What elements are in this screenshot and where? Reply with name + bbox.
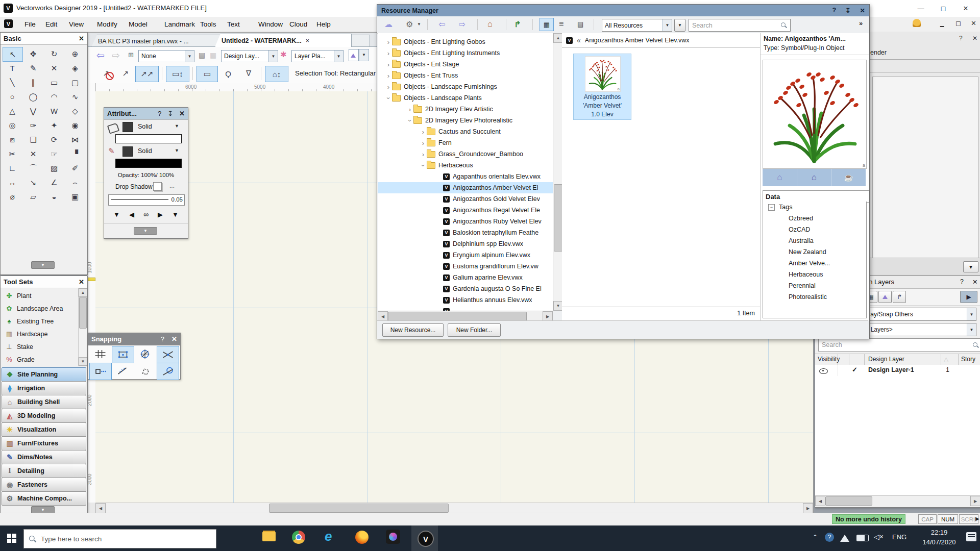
chevron-right-icon[interactable]: › xyxy=(385,72,392,80)
scroll-thumb[interactable] xyxy=(269,504,449,513)
wireframe-house-icon[interactable]: ⌂ xyxy=(763,169,797,186)
tag-perennial[interactable]: Perennial xyxy=(763,280,866,291)
resource-manager-titlebar[interactable]: Resource Manager ? ↧ ✕ xyxy=(377,5,869,16)
render-teapot-icon[interactable]: ☕ xyxy=(831,169,866,186)
snap-smart-edge-button[interactable] xyxy=(134,363,156,379)
layer-check[interactable]: ✓ xyxy=(852,366,857,373)
snap-point-tool[interactable]: ✕ xyxy=(44,61,64,75)
list-view-icon[interactable]: ≡ xyxy=(559,18,564,30)
fill-color-swatch[interactable] xyxy=(122,122,133,132)
tree-row[interactable]: VGardenia augusta O So Fine El xyxy=(378,283,553,294)
chevron-right-icon[interactable]: › xyxy=(420,139,427,147)
snap-to-intersection-button[interactable] xyxy=(134,346,156,362)
gear-icon[interactable]: ⚙ xyxy=(406,18,413,30)
scroll-up-icon[interactable]: ▲ xyxy=(79,288,87,297)
tree-row[interactable]: ›Objects - Landscape Furnishings xyxy=(378,81,553,92)
scroll-thumb[interactable] xyxy=(554,184,562,252)
toolbar-overflow-icon[interactable]: » xyxy=(859,19,863,27)
viewport-image-icon[interactable] xyxy=(878,291,892,303)
document-tab[interactable]: BA KLC P3 master plan.vwx - ... xyxy=(91,35,230,47)
close-icon[interactable]: ✕ xyxy=(954,1,977,16)
firefox-icon[interactable] xyxy=(355,531,369,544)
resource-search-box[interactable]: Search xyxy=(689,19,791,32)
import-file-icon[interactable]: ↱ xyxy=(514,18,521,30)
reshape-tool[interactable]: ☞ xyxy=(44,147,64,161)
help-icon[interactable]: ? xyxy=(158,110,161,117)
interactive-scaling-icon[interactable]: ▭↕ xyxy=(166,66,189,82)
snap-tangent-button[interactable] xyxy=(157,363,179,380)
freehand-tool[interactable]: ∿ xyxy=(65,90,85,104)
notification-bell-icon[interactable] xyxy=(913,19,921,27)
rotate-tool[interactable]: ⟳ xyxy=(44,133,64,146)
palette-expand-icon[interactable]: ▼ xyxy=(31,261,55,269)
detail-view-icon[interactable]: ▤ xyxy=(577,18,583,30)
back-icon[interactable]: ⇦ xyxy=(438,18,445,30)
tree-row[interactable]: ›Objects - Landscape Plants xyxy=(378,92,553,104)
tree-row[interactable]: ›Objects - Ent Lighting Instruments xyxy=(378,47,553,59)
tree-row[interactable]: ›Herbaceous xyxy=(378,160,553,171)
tree-row[interactable]: VBaloskion tetraphyllum Feathe xyxy=(378,227,553,238)
tag-ozbreed[interactable]: Ozbreed xyxy=(763,213,866,224)
tab-close-icon[interactable]: × xyxy=(306,37,309,44)
rotate-view-tool[interactable]: ↻ xyxy=(44,47,64,61)
menu-help[interactable]: Help xyxy=(314,19,333,29)
close-icon[interactable]: ✕ xyxy=(172,335,177,343)
menu-model[interactable]: Model xyxy=(127,19,150,29)
canvas-hscrollbar[interactable]: ◀ ▶ xyxy=(95,503,813,513)
close-icon[interactable]: ✕ xyxy=(79,35,84,42)
eraser-tool[interactable]: ▨ xyxy=(44,161,64,175)
scroll-right-icon[interactable]: ▶ xyxy=(970,496,980,506)
scroll-tabs-right-icon[interactable]: ▶ xyxy=(960,291,977,303)
saved-view-dropdown[interactable]: None ▼ xyxy=(138,50,194,62)
tag-amber-velve-[interactable]: Amber Velve... xyxy=(763,258,866,269)
pen-color-swatch[interactable] xyxy=(122,146,133,157)
tree-row[interactable]: ›Objects - Ent Stage xyxy=(378,59,553,70)
tool-set-group-machine-compo-[interactable]: ⚙Machine Compo... xyxy=(2,491,86,506)
tag-australia[interactable]: Australia xyxy=(763,235,866,246)
minimize-icon[interactable]: — xyxy=(910,1,932,16)
arc-dimension-tool[interactable]: ⌢ xyxy=(65,176,85,189)
help-icon[interactable]: ? xyxy=(832,7,836,14)
close-icon[interactable]: ✕ xyxy=(860,7,865,14)
worksheet-tool[interactable]: ▣ xyxy=(65,190,85,204)
tree-row[interactable]: VAnigozanthos Gold Velvet Elev xyxy=(378,193,553,205)
link-icon[interactable]: ∞ xyxy=(143,210,149,218)
layer-row[interactable]: ✓ Design Layer-1 1 xyxy=(815,365,980,376)
layer-dropdown[interactable]: Design Lay... ▼ xyxy=(221,50,278,62)
tree-row[interactable]: ›Fern xyxy=(378,137,553,148)
rectangle-tool[interactable]: ▭ xyxy=(44,76,64,89)
vectorworks-taskbar-button[interactable]: V xyxy=(411,525,438,551)
tool-set-group-building-shell[interactable]: ⌂Building Shell xyxy=(2,395,86,409)
tree-row[interactable]: VAnigozanthos Ruby Velvet Elev xyxy=(378,216,553,227)
chevron-down-icon[interactable]: › xyxy=(406,117,414,124)
chevron-down-icon[interactable]: › xyxy=(385,94,393,102)
scroll-left-icon[interactable]: ◀ xyxy=(95,503,106,513)
tree-row[interactable]: VDelphinium spp Elev.vwx xyxy=(378,238,553,249)
connect-combine-tool[interactable]: ✐ xyxy=(65,161,85,175)
scroll-thumb[interactable] xyxy=(79,297,87,329)
sort-triangle-icon[interactable]: △ xyxy=(944,356,948,363)
double-polygon-tool[interactable]: W xyxy=(44,104,64,118)
chevron-right-icon[interactable]: › xyxy=(406,106,413,113)
import-layer-icon[interactable]: ↱ xyxy=(893,291,906,303)
tree-row[interactable]: VHelianthus annuus Elev.vwx xyxy=(378,294,553,306)
menu-tools[interactable]: Tools xyxy=(198,19,218,29)
attributes-titlebar[interactable]: Attribut... ? ↧ ✕ xyxy=(104,108,188,120)
tool-set-item-landscape-area[interactable]: ✿Landscape Area xyxy=(2,302,77,315)
snap-to-object-button[interactable] xyxy=(112,346,134,363)
extrude-tool[interactable]: ◈ xyxy=(65,61,85,75)
component-mode-icon[interactable]: ⌂↕ xyxy=(265,66,288,82)
wifi-icon[interactable] xyxy=(840,535,849,542)
home-icon[interactable]: ⌂ xyxy=(487,18,493,30)
snap-to-angle-button[interactable] xyxy=(112,363,133,379)
breadcrumb-up-icon[interactable]: « xyxy=(577,36,581,44)
double-line-tool[interactable]: ∥ xyxy=(23,76,43,89)
tree-row[interactable]: VEryngium alpinum Elev.vwx xyxy=(378,249,553,261)
arrow-left-icon[interactable]: ◀ xyxy=(129,211,134,218)
visibility-eye-icon[interactable] xyxy=(819,368,828,374)
tree-row[interactable]: VEustoma grandiflorum Elev.vw xyxy=(378,261,553,272)
linear-dimension-tool[interactable]: ↔ xyxy=(3,176,22,189)
layer-name[interactable]: Design Layer-1 xyxy=(868,366,914,373)
file-explorer-icon[interactable] xyxy=(262,532,276,541)
drop-shadow-checkbox[interactable] xyxy=(153,182,162,191)
